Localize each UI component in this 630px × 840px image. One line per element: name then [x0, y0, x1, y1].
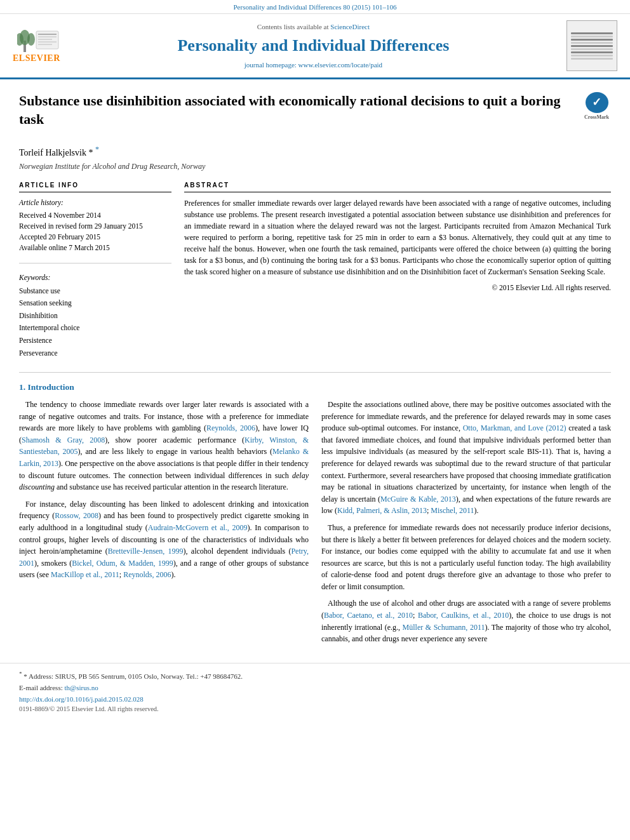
footnote-email: E-mail address: th@sirus.no — [19, 683, 611, 693]
history-title: Article history: — [19, 197, 171, 208]
link-bretteville[interactable]: Bretteville-Jensen, 1999 — [108, 547, 184, 556]
article-info-col: ARTICLE INFO Article history: Received 4… — [19, 181, 171, 359]
crossmark-icon: ✓ — [586, 92, 608, 113]
keyword-4: Intertemporal choice — [19, 322, 171, 335]
link-reynolds2006[interactable]: Reynolds, 2006 — [206, 423, 255, 432]
author-affiliation: Norwegian Institute for Alcohol and Drug… — [19, 161, 611, 172]
history-online: Available online 7 March 2015 — [19, 243, 171, 253]
link-mcguire[interactable]: McGuire & Kable, 2013 — [380, 495, 456, 503]
introduction-section: 1. Introduction The tendency to choose i… — [19, 382, 611, 650]
intro-para-1: The tendency to choose immediate rewards… — [19, 399, 309, 493]
link-mischel[interactable]: Mischel, 2011 — [431, 506, 474, 515]
elsevier-tree-icon — [17, 28, 55, 52]
author-line: Torleif Halkjelsvik * * — [19, 144, 611, 159]
body-two-col: The tendency to choose immediate rewards… — [19, 399, 611, 650]
article-info-heading: ARTICLE INFO — [19, 181, 171, 192]
crossmark-label: CrossMark — [584, 114, 609, 121]
link-reynolds2006b[interactable]: Reynolds, 2006 — [123, 570, 171, 579]
keywords-title: Keywords: — [19, 272, 171, 283]
history-revised: Received in revised form 29 January 2015 — [19, 221, 171, 232]
journal-title-block: Contents lists available at ScienceDirec… — [60, 22, 566, 70]
contents-line: Contents lists available at ScienceDirec… — [60, 22, 566, 32]
body-col-right: Despite the associations outlined above,… — [321, 399, 611, 650]
issn-line: 0191-8869/© 2015 Elsevier Ltd. All right… — [19, 705, 611, 714]
article-body: Substance use disinhibition associated w… — [0, 79, 630, 662]
svg-rect-4 — [36, 31, 58, 49]
intro-heading: 1. Introduction — [19, 382, 611, 394]
link-rossow[interactable]: Rossow, 2008 — [55, 511, 98, 520]
keywords-section: Keywords: Substance use Sensation seekin… — [19, 272, 171, 359]
copyright-line: © 2015 Elsevier Ltd. All rights reserved… — [184, 283, 611, 293]
keyword-5: Persistence — [19, 335, 171, 347]
article-footer: * * Address: SIRUS, PB 565 Sentrum, 0105… — [0, 663, 630, 721]
journal-banner: Personality and Individual Differences 8… — [0, 0, 630, 14]
crossmark-badge[interactable]: ✓ CrossMark — [582, 92, 611, 121]
journal-reference: Personality and Individual Differences 8… — [233, 3, 396, 11]
article-history: Article history: Received 4 November 201… — [19, 197, 171, 254]
link-shamosh[interactable]: Shamosh & Gray, 2008 — [22, 436, 105, 444]
abstract-heading: ABSTRACT — [184, 181, 611, 192]
link-kidd[interactable]: Kidd, Palmeri, & Aslin, 2013 — [337, 506, 427, 515]
link-muller[interactable]: Müller & Schumann, 2011 — [403, 623, 485, 632]
link-bickel[interactable]: Bickel, Odum, & Madden, 1999 — [72, 559, 173, 568]
footnote-star-marker: * — [95, 145, 99, 154]
journal-homepage: journal homepage: www.elsevier.com/locat… — [60, 60, 566, 70]
info-abstract-row: ARTICLE INFO Article history: Received 4… — [19, 181, 611, 359]
link-babor-a[interactable]: Babor, Caetano, et al., 2010 — [324, 611, 413, 620]
link-audrain[interactable]: Audrain-McGovern et al., 2009 — [148, 523, 248, 532]
abstract-col: ABSTRACT Preferences for smaller immedia… — [184, 181, 611, 359]
footnote-star-ref: * — [19, 670, 22, 677]
abstract-text: Preferences for smaller immediate reward… — [184, 197, 611, 277]
article-title: Substance use disinhibition associated w… — [19, 92, 576, 128]
intro-para-4: Thus, a preference for immediate rewards… — [321, 522, 611, 593]
email-label: E-mail address: — [19, 684, 64, 691]
elsevier-brand-name: ELSEVIER — [13, 52, 60, 65]
keyword-3: Disinhibition — [19, 310, 171, 323]
intro-para-2: For instance, delay discounting has been… — [19, 498, 309, 581]
journal-thumbnail — [566, 20, 617, 71]
intro-para-5: Although the use of alcohol and other dr… — [321, 597, 611, 644]
intro-para-3: Despite the associations outlined above,… — [321, 399, 611, 517]
sciencedirect-link[interactable]: ScienceDirect — [330, 23, 370, 30]
body-col-left: The tendency to choose immediate rewards… — [19, 399, 309, 650]
divider-history — [19, 263, 171, 263]
email-link[interactable]: th@sirus.no — [64, 684, 98, 691]
journal-name: Personality and Individual Differences — [60, 34, 566, 57]
keyword-1: Substance use — [19, 285, 171, 298]
divider-main — [19, 372, 611, 373]
doi-line[interactable]: http://dx.doi.org/10.1016/j.paid.2015.02… — [19, 695, 611, 704]
elsevier-logo: ELSEVIER — [13, 28, 60, 65]
journal-header: ELSEVIER Contents lists available at Sci… — [0, 14, 630, 79]
link-mackillop[interactable]: MacKillop et al., 2011 — [51, 570, 119, 579]
footnote-address: * * Address: SIRUS, PB 565 Sentrum, 0105… — [19, 670, 611, 681]
history-received: Received 4 November 2014 — [19, 210, 171, 221]
svg-point-2 — [27, 33, 35, 46]
author-name: Torleif Halkjelsvik * — [19, 147, 93, 157]
article-title-row: Substance use disinhibition associated w… — [19, 92, 611, 135]
link-babor-b[interactable]: Babor, Caulkins, et al., 2010 — [418, 611, 509, 620]
keyword-6: Perseverance — [19, 347, 171, 360]
history-accepted: Accepted 20 February 2015 — [19, 232, 171, 243]
keyword-2: Sensation seeking — [19, 297, 171, 310]
link-otto[interactable]: Otto, Markman, and Love (2012) — [463, 423, 566, 432]
